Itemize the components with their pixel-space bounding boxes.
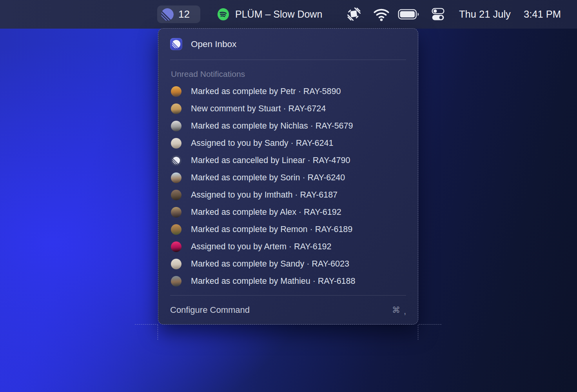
notification-label: Marked as complete by Mathieu · RAY-6188 [191,276,355,286]
avatar [171,224,181,235]
menu-bar-item-linear[interactable]: 12 [157,5,200,23]
avatar [171,190,181,200]
now-playing-label: PLÜM – Slow Down [235,9,322,20]
notification-item[interactable]: Marked as complete by Sorin · RAY-6240 [170,169,406,186]
avatar [171,138,181,149]
notification-item[interactable]: Marked as complete by Remon · RAY-6189 [170,221,406,238]
menu-bar: 12 PLÜM – Slow Down [0,0,577,29]
avatar [171,121,181,131]
notification-item[interactable]: Marked as complete by Nichlas · RAY-5679 [170,117,406,134]
linear-notifications-panel: Open Inbox Unread Notifications Marked a… [158,28,418,325]
avatar [171,103,181,114]
notification-item[interactable]: Marked as complete by Sandy · RAY-6023 [170,255,406,272]
configure-command-label: Configure Command [170,305,250,315]
control-center-icon[interactable] [432,7,445,21]
notification-item[interactable]: New comment by Stuart · RAY-6724 [170,100,406,117]
linear-app-icon [170,38,182,50]
hatched-status-icon[interactable] [347,7,361,22]
menu-bar-item-spotify[interactable]: PLÜM – Slow Down [217,0,322,29]
notification-list: Marked as complete by Petr · RAY-5890 Ne… [170,83,406,290]
notification-item[interactable]: Assigned to you by Imthath · RAY-6187 [170,186,406,203]
notification-item[interactable]: Assigned to you by Sandy · RAY-6241 [170,134,406,152]
selection-dash-bottom-right-v [418,325,418,340]
battery-icon[interactable] [398,9,420,20]
notification-item[interactable]: Marked as complete by Alex · RAY-6192 [170,203,406,221]
open-inbox-label: Open Inbox [191,39,236,49]
notification-label: Marked as complete by Alex · RAY-6192 [191,207,341,217]
menu-bar-date[interactable]: Thu 21 July [459,0,511,29]
notification-item[interactable]: Marked as complete by Petr · RAY-5890 [170,83,406,100]
notification-item[interactable]: Marked as complete by Mathieu · RAY-6188 [170,272,406,290]
avatar [171,86,181,97]
wifi-icon[interactable] [373,6,390,22]
notification-label: Marked as complete by Remon · RAY-6189 [191,225,352,234]
avatar [171,155,181,166]
open-inbox-menu-item[interactable]: Open Inbox [170,29,406,60]
shortcut-hint: ⌘ , [392,305,406,315]
notification-label: Marked as complete by Sorin · RAY-6240 [191,173,345,183]
notification-label: Assigned to you by Artem · RAY-6192 [191,242,332,252]
linear-logo-avatar-icon [172,156,180,165]
selection-dash-bottom-left-v [158,325,158,340]
shortcut-key: , [404,306,406,316]
menu-bar-clock[interactable]: 3:41 PM [524,0,561,29]
configure-command-menu-item[interactable]: Configure Command ⌘ , [170,296,406,324]
section-header: Unread Notifications [170,60,406,83]
notification-label: Marked as complete by Sandy · RAY-6023 [191,259,349,269]
notification-label: Marked as complete by Petr · RAY-5890 [191,87,341,96]
notification-label: Marked as cancelled by Linear · RAY-4790 [191,156,350,165]
notification-label: Assigned to you by Sandy · RAY-6241 [191,138,333,148]
linear-unread-count: 12 [178,8,190,20]
spotify-icon [217,8,230,21]
desktop: 12 PLÜM – Slow Down [0,0,577,392]
spacer [170,290,406,295]
selection-dash-bottom-right-h [419,324,441,325]
avatar [171,172,181,183]
avatar [171,207,181,218]
notification-label: New comment by Stuart · RAY-6724 [191,104,326,114]
notification-item[interactable]: Assigned to you by Artem · RAY-6192 [170,238,406,255]
command-key-icon: ⌘ [392,305,400,315]
selection-dash-bottom-left-h [135,324,158,325]
avatar [171,276,181,287]
avatar [171,241,181,252]
notification-label: Assigned to you by Imthath · RAY-6187 [191,190,337,200]
linear-logo-icon [161,8,174,21]
notification-item[interactable]: Marked as cancelled by Linear · RAY-4790 [170,152,406,169]
avatar [171,259,181,269]
notification-label: Marked as complete by Nichlas · RAY-5679 [191,121,353,131]
